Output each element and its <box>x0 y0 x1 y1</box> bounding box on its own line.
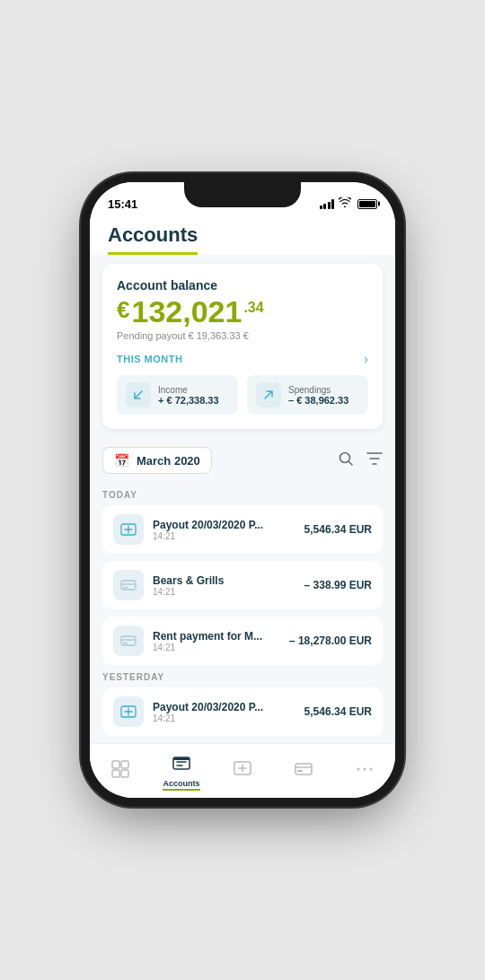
filter-actions <box>338 451 383 471</box>
accounts-icon <box>172 753 191 777</box>
balance-amount: € 132,021 .34 <box>117 296 368 327</box>
balance-pending: Pending payout € 19,363.33 € <box>117 330 368 341</box>
phone-frame: 15:41 Accounts <box>90 182 395 798</box>
trans-amount: – 338.99 EUR <box>304 579 372 591</box>
income-stat: Income + € 72,338.33 <box>117 375 238 415</box>
grid-icon <box>110 759 130 783</box>
svg-rect-8 <box>121 761 128 768</box>
transactions: TODAY Payout 20/03/2020 P... 14:21 5,546… <box>90 483 395 743</box>
transaction-info: Bears & Grills 14:21 <box>153 574 295 597</box>
battery-icon <box>357 199 377 209</box>
payout-icon <box>113 696 144 727</box>
status-icons <box>320 197 378 210</box>
svg-point-0 <box>340 452 350 462</box>
search-icon[interactable] <box>338 451 354 471</box>
nav-item-more[interactable] <box>342 759 387 785</box>
trans-time: 14:21 <box>153 713 295 723</box>
trans-name: Bears & Grills <box>153 574 295 587</box>
page-title: Accounts <box>108 223 198 255</box>
trans-name: Payout 20/03/2020 P... <box>153 519 295 531</box>
month-selector-text: March 2020 <box>137 454 200 468</box>
list-item[interactable]: Payout 20/03/2020 P... 14:21 5,546.34 EU… <box>102 687 383 736</box>
trans-time: 14:21 <box>153 587 295 597</box>
trans-name: Payout 20/03/2020 P... <box>153 701 295 713</box>
spendings-icon <box>256 382 281 407</box>
status-time: 15:41 <box>108 197 137 211</box>
payout-icon <box>113 514 144 545</box>
trans-name: Rent payment for M... <box>153 630 280 643</box>
transaction-info: Payout 20/03/2020 P... 14:21 <box>153 519 295 541</box>
filter-icon[interactable] <box>366 451 383 471</box>
card-icon <box>113 626 144 656</box>
income-icon <box>126 382 151 407</box>
this-month-label: THIS MONTH <box>117 354 182 364</box>
transaction-info: Rent payment for M... 14:21 <box>153 630 280 652</box>
nav-item-accounts[interactable]: Accounts <box>159 753 204 791</box>
svg-point-17 <box>364 767 366 770</box>
this-month-arrow: › <box>364 352 368 366</box>
svg-rect-10 <box>121 770 128 777</box>
balance-currency: € <box>117 296 129 324</box>
svg-rect-2 <box>121 581 136 590</box>
card-icon <box>113 570 144 600</box>
screen: Accounts Account balance € 132,021 .34 P… <box>90 216 395 798</box>
svg-point-18 <box>370 767 373 770</box>
payout-nav-icon <box>233 759 252 783</box>
spendings-amount: – € 38,962.33 <box>288 395 348 406</box>
more-icon <box>355 759 375 783</box>
bottom-nav: Accounts <box>90 743 395 798</box>
balance-card: Account balance € 132,021 .34 Pending pa… <box>102 264 383 429</box>
svg-rect-15 <box>297 770 303 772</box>
signal-icon <box>320 199 335 209</box>
filter-bar: 📅 March 2020 <box>90 438 395 483</box>
nav-item-card[interactable] <box>281 759 326 785</box>
trans-time: 14:21 <box>153 643 280 652</box>
spendings-stat: Spendings – € 38,962.33 <box>247 375 368 415</box>
nav-item-payout[interactable] <box>220 759 265 785</box>
notch <box>184 182 301 207</box>
calendar-icon: 📅 <box>114 453 129 468</box>
svg-rect-4 <box>121 636 136 645</box>
income-info: Income + € 72,338.33 <box>158 385 219 406</box>
svg-rect-3 <box>123 587 128 589</box>
balance-cents: .34 <box>243 300 263 316</box>
svg-rect-5 <box>123 643 128 644</box>
month-selector[interactable]: 📅 March 2020 <box>102 447 212 474</box>
svg-rect-12 <box>173 757 190 760</box>
transaction-info: Payout 20/03/2020 P... 14:21 <box>153 701 295 723</box>
income-label: Income <box>158 385 219 395</box>
nav-item-home[interactable] <box>98 759 143 785</box>
svg-rect-9 <box>112 770 119 777</box>
trans-amount: 5,546.34 EUR <box>304 705 372 718</box>
list-item[interactable]: Payout 20/03/2020 P... 14:21 5,546.34 EU… <box>102 505 383 554</box>
balance-main: 132,021 <box>131 296 242 327</box>
svg-point-16 <box>357 767 360 770</box>
month-stats: Income + € 72,338.33 Spendings – € 38,96… <box>117 375 368 415</box>
today-label: TODAY <box>102 490 383 500</box>
svg-rect-7 <box>112 761 119 768</box>
trans-time: 14:21 <box>153 531 295 541</box>
yesterday-label: YESTERDAY <box>102 672 383 682</box>
list-item[interactable]: Rent payment for M... 14:21 – 18,278.00 … <box>102 617 383 665</box>
this-month-header[interactable]: THIS MONTH › <box>117 352 368 366</box>
trans-amount: – 18,278.00 EUR <box>289 634 372 647</box>
spendings-label: Spendings <box>288 385 348 395</box>
card-nav-icon <box>294 759 313 783</box>
trans-amount: 5,546.34 EUR <box>304 523 372 536</box>
svg-rect-14 <box>295 764 312 774</box>
list-item[interactable]: Bears & Grills 14:21 – 338.99 EUR <box>102 561 383 609</box>
income-amount: + € 72,338.33 <box>158 395 219 406</box>
spendings-info: Spendings – € 38,962.33 <box>288 385 348 406</box>
wifi-icon <box>339 197 351 210</box>
header: Accounts <box>90 216 395 255</box>
balance-label: Account balance <box>117 278 368 293</box>
nav-label-accounts: Accounts <box>163 779 199 791</box>
